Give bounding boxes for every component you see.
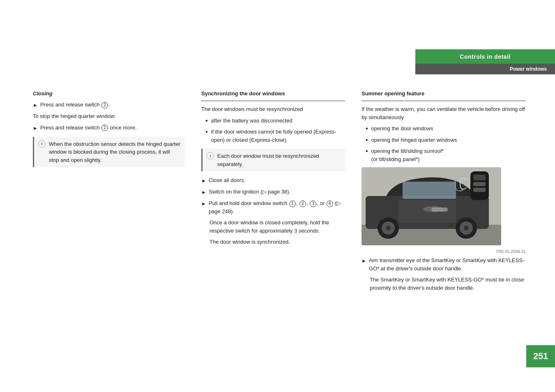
arrow-sync-3: ► bbox=[201, 200, 206, 208]
svg-point-16 bbox=[423, 206, 444, 212]
section-title: Controls in detail bbox=[460, 53, 510, 60]
circled-2c: 2 bbox=[299, 201, 306, 207]
summer-divider bbox=[362, 101, 526, 101]
section-header: Controls in detail bbox=[415, 49, 555, 64]
closing-step-1: ► Press and release switch 2. bbox=[33, 101, 185, 109]
closing-info-text: When the obstruction sensor detects the … bbox=[49, 140, 181, 164]
sync-step-1: ► Close all doors. bbox=[201, 176, 345, 184]
summer-bullet-3: • opening the tilt/sliding sunroof*(or t… bbox=[362, 147, 526, 163]
circled-6: 6 bbox=[327, 201, 333, 207]
arrow-sync-1: ► bbox=[201, 177, 206, 184]
sync-note-1: Once a door window is closed completely,… bbox=[201, 219, 345, 235]
sync-intro: The door windows must be resynchronized bbox=[201, 105, 345, 113]
summer-note: The SmartKey or SmartKey with KEYLESS-GO… bbox=[362, 276, 526, 292]
sub-section-header: Power windows bbox=[415, 64, 555, 74]
right-column: Summer opening feature If the weather is… bbox=[362, 90, 526, 295]
svg-rect-5 bbox=[403, 182, 456, 199]
sync-info-box: i Each door window must be resynchronize… bbox=[201, 149, 345, 171]
sync-step-3: ► Pull and hold door window switch 1, 2,… bbox=[201, 199, 345, 215]
svg-rect-15 bbox=[473, 188, 486, 192]
page-number: 251 bbox=[526, 345, 555, 367]
sub-section-title: Power windows bbox=[510, 66, 547, 72]
sync-info-text: Each door window must be resynchronized … bbox=[217, 152, 341, 168]
bullet-summer-1: • bbox=[366, 125, 368, 132]
arrow-sync-2: ► bbox=[201, 189, 206, 196]
svg-rect-14 bbox=[473, 182, 486, 186]
mid-column: Synchronizing the door windows The door … bbox=[201, 90, 345, 249]
arrow-summer-1: ► bbox=[362, 257, 366, 265]
sync-step-2: ► Switch on the ignition (▷ page 38). bbox=[201, 188, 345, 196]
svg-point-8 bbox=[386, 226, 391, 231]
svg-rect-13 bbox=[473, 175, 486, 180]
summer-section-title: Summer opening feature bbox=[362, 90, 526, 97]
sync-bullet-2: • if the door windows cannot be fully op… bbox=[201, 128, 345, 144]
sync-section-title: Synchronizing the door windows bbox=[201, 90, 345, 97]
summer-bullet-2: • opening the hinged quarter windows bbox=[362, 136, 526, 144]
image-caption: P80.45-2049-31 bbox=[362, 249, 526, 254]
left-column: Closing ► Press and release switch 2. To… bbox=[33, 90, 185, 172]
bullet-icon-2: • bbox=[205, 128, 208, 136]
closing-section-title: Closing bbox=[33, 90, 185, 97]
summer-intro: If the weather is warm, you can ventilat… bbox=[362, 105, 526, 121]
circled-2: 2 bbox=[101, 102, 108, 108]
sync-divider bbox=[201, 101, 345, 101]
summer-step-1: ► Aim transmitter eye of the SmartKey or… bbox=[362, 256, 526, 272]
closing-step-2: ► Press and release switch 2 once more. bbox=[33, 124, 185, 132]
summer-bullet-1: • opening the door windows bbox=[362, 125, 526, 133]
bullet-icon-1: • bbox=[205, 117, 208, 125]
sync-note-2: The door window is synchronized. bbox=[201, 238, 345, 246]
arrow-icon: ► bbox=[33, 101, 38, 109]
car-image bbox=[362, 167, 501, 245]
info-icon-sync: i bbox=[207, 152, 214, 159]
info-icon: i bbox=[38, 140, 46, 148]
arrow-icon-2: ► bbox=[33, 125, 38, 132]
bullet-summer-2: • bbox=[366, 136, 368, 144]
car-illustration bbox=[362, 167, 501, 245]
circled-1: 1 bbox=[289, 201, 296, 207]
sync-bullet-1: • after the battery was disconnected bbox=[201, 117, 345, 125]
stop-hinge-text: To stop the hinged quarter window: bbox=[33, 112, 185, 120]
circled-2b: 2 bbox=[101, 125, 108, 131]
circled-3: 3 bbox=[310, 201, 316, 207]
bullet-summer-3: • bbox=[366, 147, 368, 155]
svg-point-11 bbox=[464, 226, 469, 231]
closing-info-box: i When the obstruction sensor detects th… bbox=[33, 137, 185, 168]
